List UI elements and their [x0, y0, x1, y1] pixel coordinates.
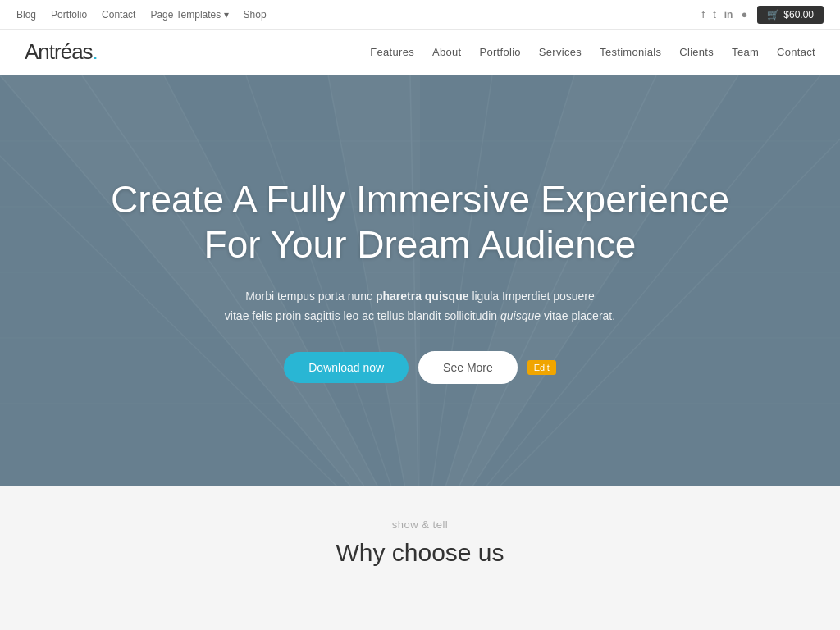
nav-links: Features About Portfolio Services Testim… — [370, 46, 815, 58]
download-button[interactable]: Download now — [284, 352, 409, 383]
below-hero-subtitle: show & tell — [16, 518, 824, 531]
portfolio-link[interactable]: Portfolio — [51, 9, 87, 21]
see-more-button[interactable]: See More — [418, 351, 518, 384]
social-icons: f t in ● — [702, 8, 748, 21]
nav-portfolio[interactable]: Portfolio — [479, 46, 520, 58]
top-bar: Blog Portfolio Contact Page Templates ▾ … — [0, 0, 840, 30]
facebook-icon[interactable]: f — [702, 8, 705, 21]
logo-dot: . — [93, 39, 98, 64]
hero-content: Create A Fully Immersive Experience For … — [94, 177, 746, 384]
twitter-icon[interactable]: t — [713, 8, 716, 21]
nav-contact[interactable]: Contact — [777, 46, 815, 58]
page-templates-link[interactable]: Page Templates ▾ — [150, 9, 228, 21]
cart-button[interactable]: 🛒 $60.00 — [757, 6, 824, 24]
below-hero: show & tell Why choose us — [0, 486, 840, 591]
hero-section: Create A Fully Immersive Experience For … — [0, 75, 840, 486]
hero-buttons: Download now See More Edit — [111, 351, 729, 384]
logo[interactable]: Antréas. — [25, 39, 98, 65]
instagram-icon[interactable]: ● — [741, 8, 747, 21]
edit-badge[interactable]: Edit — [527, 360, 556, 375]
cart-price: $60.00 — [783, 9, 814, 21]
linkedin-icon[interactable]: in — [724, 9, 733, 21]
nav-team[interactable]: Team — [732, 46, 759, 58]
nav-features[interactable]: Features — [370, 46, 414, 58]
blog-link[interactable]: Blog — [16, 9, 36, 21]
shop-link[interactable]: Shop — [244, 9, 267, 21]
hero-subtitle: Morbi tempus porta nunc pharetra quisque… — [111, 287, 729, 326]
nav-services[interactable]: Services — [539, 46, 582, 58]
nav-clients[interactable]: Clients — [679, 46, 714, 58]
top-bar-right: f t in ● 🛒 $60.00 — [702, 6, 824, 24]
cart-icon: 🛒 — [767, 9, 779, 21]
nav-about[interactable]: About — [432, 46, 461, 58]
below-hero-title: Why choose us — [16, 539, 824, 567]
hero-title: Create A Fully Immersive Experience For … — [111, 177, 729, 267]
main-nav: Antréas. Features About Portfolio Servic… — [0, 30, 840, 75]
contact-link[interactable]: Contact — [102, 9, 135, 21]
top-bar-links: Blog Portfolio Contact Page Templates ▾ … — [16, 9, 267, 21]
nav-testimonials[interactable]: Testimonials — [600, 46, 661, 58]
